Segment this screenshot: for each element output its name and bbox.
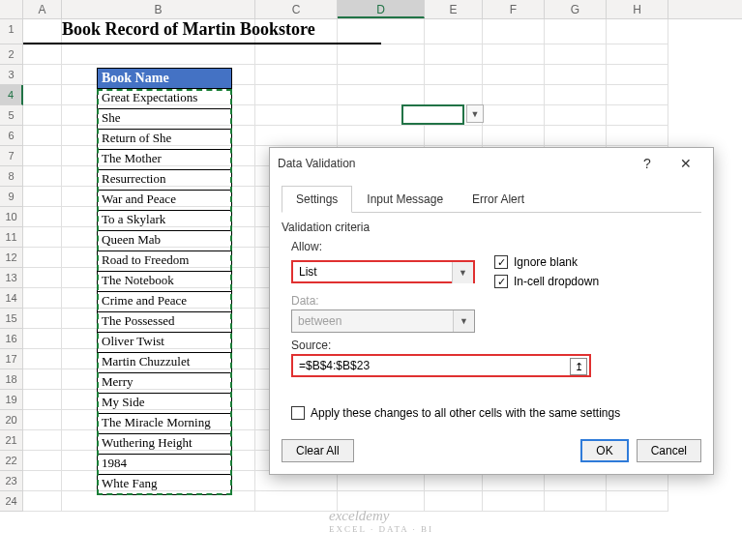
cell[interactable] — [23, 146, 62, 166]
book-item[interactable]: Crime and Peace — [97, 292, 232, 312]
collapse-dialog-icon[interactable]: ↥ — [570, 358, 587, 375]
cell[interactable] — [23, 44, 62, 65]
row-header-7[interactable]: 7 — [0, 146, 23, 166]
col-header-g[interactable]: G — [545, 0, 607, 18]
row-header-8[interactable]: 8 — [0, 166, 23, 187]
col-header-h[interactable]: H — [607, 0, 668, 18]
dialog-titlebar[interactable]: Data Validation ? ✕ — [270, 148, 713, 179]
row-header-22[interactable]: 22 — [0, 451, 23, 471]
cell[interactable] — [483, 105, 545, 126]
book-item[interactable]: Great Expectations — [97, 89, 232, 109]
cell[interactable] — [23, 451, 62, 471]
cell[interactable] — [23, 309, 62, 329]
cell[interactable] — [23, 207, 62, 227]
row-header-14[interactable]: 14 — [0, 288, 23, 309]
cell[interactable] — [338, 44, 425, 65]
cell[interactable] — [338, 85, 425, 105]
row-header-11[interactable]: 11 — [0, 227, 23, 248]
cell[interactable] — [545, 126, 607, 146]
cell[interactable] — [23, 349, 62, 369]
cell[interactable] — [425, 44, 483, 65]
row-header-1[interactable]: 1 — [0, 19, 23, 44]
cell[interactable] — [607, 65, 668, 85]
cell[interactable] — [425, 126, 483, 146]
col-header-d[interactable]: D — [338, 0, 425, 18]
cell[interactable] — [23, 430, 62, 451]
cell[interactable] — [338, 19, 425, 44]
clear-all-button[interactable]: Clear All — [282, 439, 354, 462]
cell[interactable] — [23, 390, 62, 410]
tab-input-message[interactable]: Input Message — [352, 186, 458, 213]
book-item[interactable]: Whte Fang — [97, 475, 232, 495]
cell[interactable] — [425, 65, 483, 85]
book-item[interactable]: The Miracle Morning — [97, 414, 232, 434]
book-item[interactable]: The Notebook — [97, 272, 232, 292]
cell[interactable] — [607, 19, 668, 44]
cell[interactable] — [255, 85, 338, 105]
book-item[interactable]: Merry — [97, 373, 232, 394]
help-button[interactable]: ? — [628, 149, 667, 178]
cell[interactable] — [545, 491, 607, 512]
cell[interactable] — [23, 187, 62, 207]
active-cell-d4[interactable] — [401, 104, 464, 125]
cell[interactable] — [23, 227, 62, 248]
cell[interactable] — [545, 65, 607, 85]
row-header-12[interactable]: 12 — [0, 248, 23, 268]
cell[interactable] — [483, 44, 545, 65]
cell[interactable] — [23, 410, 62, 430]
book-item[interactable]: War and Peace — [97, 191, 232, 211]
row-header-4[interactable]: 4 — [0, 85, 23, 105]
cell[interactable] — [483, 126, 545, 146]
cell[interactable] — [483, 19, 545, 44]
cell[interactable] — [607, 85, 668, 105]
row-header-6[interactable]: 6 — [0, 126, 23, 146]
incell-dropdown-checkbox[interactable]: ✓ In-cell dropdown — [494, 275, 599, 288]
book-item[interactable]: Oliver Twist — [97, 333, 232, 353]
col-header-a[interactable]: A — [23, 0, 62, 18]
cell[interactable] — [23, 65, 62, 85]
cell[interactable] — [23, 105, 62, 126]
cell[interactable] — [483, 491, 545, 512]
row-header-23[interactable]: 23 — [0, 471, 23, 491]
cell[interactable] — [545, 19, 607, 44]
cell[interactable] — [255, 105, 338, 126]
cell[interactable] — [607, 491, 668, 512]
book-item[interactable]: Queen Mab — [97, 231, 232, 251]
ignore-blank-checkbox[interactable]: ✓ Ignore blank — [494, 255, 599, 269]
row-header-2[interactable]: 2 — [0, 44, 23, 65]
book-item[interactable]: My Side — [97, 394, 232, 414]
cell[interactable] — [338, 126, 425, 146]
book-item[interactable]: Road to Freedom — [97, 251, 232, 272]
col-header-b[interactable]: B — [62, 0, 255, 18]
cell[interactable] — [483, 65, 545, 85]
cell[interactable] — [23, 491, 62, 512]
cell[interactable] — [23, 248, 62, 268]
row-header-24[interactable]: 24 — [0, 491, 23, 512]
cell[interactable] — [545, 44, 607, 65]
row-header-17[interactable]: 17 — [0, 349, 23, 369]
cell[interactable] — [607, 105, 668, 126]
row-header-16[interactable]: 16 — [0, 329, 23, 349]
cancel-button[interactable]: Cancel — [637, 439, 701, 462]
book-item[interactable]: She — [97, 109, 232, 130]
apply-all-checkbox[interactable]: Apply these changes to all other cells w… — [291, 406, 620, 420]
ok-button[interactable]: OK — [580, 439, 628, 462]
cell[interactable] — [255, 65, 338, 85]
book-item[interactable]: The Possessed — [97, 312, 232, 333]
row-header-18[interactable]: 18 — [0, 369, 23, 390]
cell[interactable] — [607, 126, 668, 146]
col-header-c[interactable]: C — [255, 0, 338, 18]
row-header-15[interactable]: 15 — [0, 309, 23, 329]
cell[interactable] — [23, 85, 62, 105]
close-button[interactable]: ✕ — [667, 149, 705, 178]
cell[interactable] — [23, 19, 62, 44]
cell[interactable] — [607, 44, 668, 65]
row-header-21[interactable]: 21 — [0, 430, 23, 451]
book-table-header[interactable]: Book Name — [97, 68, 232, 89]
book-item[interactable]: Resurrection — [97, 170, 232, 191]
cell[interactable] — [23, 126, 62, 146]
book-item[interactable]: 1984 — [97, 455, 232, 475]
allow-dropdown[interactable]: List ▼ — [291, 260, 475, 283]
cell[interactable] — [23, 288, 62, 309]
cell[interactable] — [23, 329, 62, 349]
